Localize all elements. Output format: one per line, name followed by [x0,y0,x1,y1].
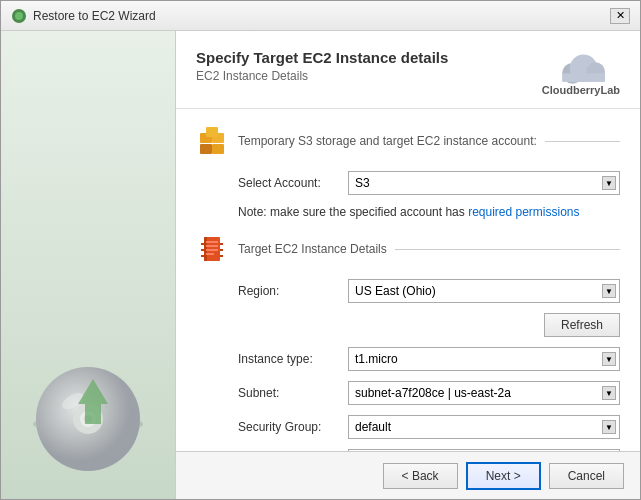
region-label: Region: [238,284,348,298]
logo-text: CloudberryLab [542,84,620,96]
region-wrapper: US East (Ohio) ▼ [348,279,620,303]
window-icon [11,8,27,24]
header-section: Specify Target EC2 Instance details EC2 … [176,31,640,109]
form-content: Temporary S3 storage and target EC2 inst… [176,109,640,451]
security-group-select[interactable]: default [348,415,620,439]
svg-rect-10 [85,404,101,424]
title-bar-text: Restore to EC2 Wizard [33,9,156,23]
footer: < Back Next > Cancel [176,451,640,499]
subnet-label: Subnet: [238,386,348,400]
region-row: Region: US East (Ohio) ▼ [196,279,620,303]
ec2-icon [196,233,228,265]
ec2-section-label: Target EC2 Instance Details [238,242,620,256]
svg-rect-17 [200,144,212,154]
sub-title: EC2 Instance Details [196,69,448,83]
next-button[interactable]: Next > [466,462,541,490]
svg-rect-26 [201,243,204,245]
svg-rect-14 [562,73,605,82]
main-window: Restore to EC2 Wizard ✕ [0,0,641,500]
security-group-row: Security Group: default ▼ [196,415,620,439]
select-account-row: Select Account: S3 ▼ [196,171,620,195]
svg-rect-30 [220,249,223,251]
note-text: Note: make sure the specified account ha… [238,205,468,219]
close-button[interactable]: ✕ [610,8,630,24]
s3-icon [196,125,228,157]
left-panel [1,31,176,499]
subnet-wrapper: subnet-a7f208ce | us-east-2a ▼ [348,381,620,405]
ec2-section: Target EC2 Instance Details Region: US E… [196,233,620,451]
s3-section: Temporary S3 storage and target EC2 inst… [196,125,620,219]
back-button[interactable]: < Back [383,463,458,489]
s3-section-label: Temporary S3 storage and target EC2 inst… [238,134,620,148]
region-select[interactable]: US East (Ohio) [348,279,620,303]
instance-type-label: Instance type: [238,352,348,366]
note-row: Note: make sure the specified account ha… [196,205,620,219]
s3-section-header: Temporary S3 storage and target EC2 inst… [196,125,620,157]
iam-role-wrapper: EC2role ▼ [348,449,620,451]
svg-rect-23 [206,245,218,247]
svg-rect-18 [212,144,224,154]
refresh-row: Refresh [196,313,620,337]
instance-type-select[interactable]: t1.micro [348,347,620,371]
security-group-wrapper: default ▼ [348,415,620,439]
main-content: Specify Target EC2 Instance details EC2 … [1,31,640,499]
logo-area: CloudberryLab [542,49,620,96]
subnet-select[interactable]: subnet-a7f208ce | us-east-2a [348,381,620,405]
required-permissions-link[interactable]: required permissions [468,205,579,219]
subnet-row: Subnet: subnet-a7f208ce | us-east-2a ▼ [196,381,620,405]
svg-rect-19 [206,127,218,137]
cancel-button[interactable]: Cancel [549,463,624,489]
cd-icon [28,359,148,479]
security-group-label: Security Group: [238,420,348,434]
header-titles: Specify Target EC2 Instance details EC2 … [196,49,448,83]
instance-type-wrapper: t1.micro ▼ [348,347,620,371]
refresh-button[interactable]: Refresh [544,313,620,337]
main-title: Specify Target EC2 Instance details [196,49,448,66]
svg-rect-29 [220,243,223,245]
select-account-wrapper: S3 ▼ [348,171,620,195]
svg-rect-24 [206,249,218,251]
cloudberry-logo-icon [551,49,611,84]
iam-role-select[interactable]: EC2role [348,449,620,451]
svg-rect-27 [201,249,204,251]
svg-rect-31 [220,255,223,257]
right-panel: Specify Target EC2 Instance details EC2 … [176,31,640,499]
svg-rect-25 [206,253,214,255]
title-bar: Restore to EC2 Wizard ✕ [1,1,640,31]
instance-type-row: Instance type: t1.micro ▼ [196,347,620,371]
select-account-select[interactable]: S3 [348,171,620,195]
svg-point-1 [15,12,23,20]
ec2-section-header: Target EC2 Instance Details [196,233,620,265]
select-account-label: Select Account: [238,176,348,190]
svg-rect-22 [206,241,218,243]
svg-rect-28 [201,255,204,257]
